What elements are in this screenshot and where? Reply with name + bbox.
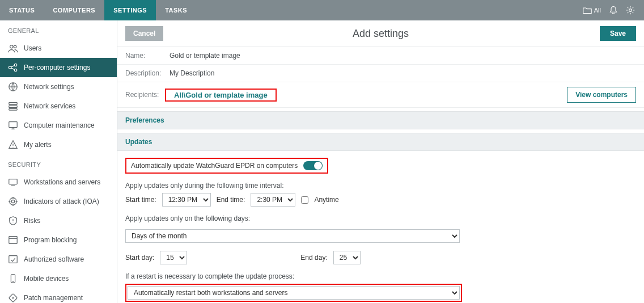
name-label: Name: (125, 52, 165, 60)
restart-select[interactable]: Automatically restart both workstations … (128, 286, 460, 300)
tab-tasks[interactable]: TASKS (156, 0, 196, 20)
description-label: Description: (125, 69, 165, 77)
end-time-select[interactable]: 2:30 PM (251, 193, 295, 207)
svg-point-4 (14, 64, 17, 66)
start-time-label: Start time: (125, 196, 156, 204)
sidebar-item-label: Program blocking (24, 236, 77, 244)
patch-icon (8, 293, 18, 303)
page-title: Add settings (353, 28, 409, 40)
sidebar: GENERAL Users Per-computer settings Netw… (0, 20, 117, 303)
view-computers-button[interactable]: View computers (567, 87, 636, 103)
section-updates[interactable]: Updates (117, 133, 644, 151)
svg-point-12 (10, 198, 17, 205)
svg-rect-8 (9, 106, 17, 108)
sidebar-item-label: Indicators of attack (IOA) (24, 197, 99, 205)
folder-all-button[interactable]: All (583, 6, 601, 14)
sidebar-item-label: Workstations and servers (24, 178, 100, 186)
sidebar-item-authorized-software[interactable]: Authorized software (0, 250, 117, 269)
anytime-checkbox[interactable] (301, 196, 308, 204)
svg-point-13 (11, 200, 14, 203)
svg-rect-9 (9, 109, 17, 111)
auto-update-label: Automatically update WatchGuard EPDR on … (131, 162, 298, 170)
restart-label: If a restart is necessary to complete th… (125, 272, 636, 280)
days-label: Apply updates only on the following days… (125, 214, 636, 222)
start-day-label: Start day: (125, 254, 154, 262)
name-value[interactable]: Gold or template image (165, 52, 240, 60)
tab-settings[interactable]: SETTINGS (104, 0, 156, 20)
sidebar-group-general: GENERAL (0, 20, 117, 39)
sidebar-item-computer-maintenance[interactable]: Computer maintenance (0, 116, 117, 135)
sidebar-item-label: Computer maintenance (24, 121, 95, 129)
recipients-label: Recipients: (125, 91, 165, 99)
auto-update-toggle[interactable] (303, 161, 323, 170)
cancel-button[interactable]: Cancel (125, 26, 163, 41)
alert-icon (8, 140, 18, 150)
main-content: Cancel Add settings Save Name: Gold or t… (117, 20, 644, 303)
days-select[interactable]: Days of the month (125, 229, 460, 243)
svg-rect-15 (9, 256, 17, 263)
sidebar-item-network-settings[interactable]: Network settings (0, 77, 117, 96)
tab-status[interactable]: STATUS (0, 0, 44, 20)
svg-rect-7 (9, 103, 17, 105)
section-preferences[interactable]: Preferences (117, 111, 644, 129)
sidebar-item-label: Patch management (24, 294, 83, 302)
sidebar-item-label: My alerts (24, 141, 52, 149)
sidebar-item-users[interactable]: Users (0, 39, 117, 58)
end-day-label: End day: (300, 254, 327, 262)
sidebar-item-risks[interactable]: Risks (0, 211, 117, 230)
sidebar-item-mobile-devices[interactable]: Mobile devices (0, 269, 117, 288)
sidebar-item-label: Risks (24, 217, 40, 225)
sidebar-group-security: SECURITY (0, 154, 117, 172)
sidebar-item-ioa[interactable]: Indicators of attack (IOA) (0, 192, 117, 211)
end-time-label: End time: (217, 196, 245, 204)
svg-point-3 (9, 66, 11, 69)
desktop-icon (8, 177, 18, 187)
sidebar-item-program-blocking[interactable]: Program blocking (0, 230, 117, 250)
recipients-highlight: All\Gold or template image (165, 89, 277, 102)
crosshair-icon (8, 196, 18, 207)
check-window-icon (8, 254, 18, 264)
start-time-select[interactable]: 12:30 PM (162, 193, 211, 207)
interval-label: Apply updates only during the following … (125, 182, 636, 190)
sidebar-item-label: Network settings (24, 83, 74, 91)
auto-update-highlight: Automatically update WatchGuard EPDR on … (125, 158, 328, 174)
save-button[interactable]: Save (600, 26, 636, 41)
all-label: All (594, 7, 601, 14)
window-icon (8, 235, 18, 245)
tab-computers[interactable]: COMPUTERS (44, 0, 104, 20)
sidebar-item-per-computer[interactable]: Per-computer settings (0, 58, 117, 77)
svg-point-0 (629, 9, 632, 12)
users-icon (8, 43, 18, 53)
svg-rect-14 (9, 237, 17, 244)
description-value[interactable]: My Description (165, 69, 214, 77)
anytime-label: Anytime (314, 196, 338, 204)
shield-icon (8, 216, 18, 226)
server-icon (8, 101, 18, 111)
sidebar-item-network-services[interactable]: Network services (0, 96, 117, 116)
start-day-select[interactable]: 15 (160, 251, 187, 264)
gear-icon[interactable] (626, 6, 635, 15)
sidebar-item-label: Users (24, 44, 41, 52)
sidebar-item-label: Authorized software (24, 255, 84, 263)
svg-point-17 (12, 281, 13, 281)
svg-point-5 (14, 69, 17, 71)
svg-point-1 (10, 45, 13, 48)
sidebar-item-label: Per-computer settings (24, 64, 90, 71)
mobile-icon (8, 273, 18, 284)
recipients-link[interactable]: All\Gold or template image (168, 87, 273, 103)
sidebar-item-label: Network services (24, 102, 75, 110)
globe-icon (8, 82, 18, 92)
bell-icon[interactable] (609, 6, 618, 15)
restart-highlight: Automatically restart both workstations … (125, 284, 462, 302)
sidebar-item-label: Mobile devices (24, 275, 69, 283)
sidebar-item-patch-management[interactable]: Patch management (0, 288, 117, 303)
svg-rect-11 (9, 179, 17, 184)
svg-point-2 (14, 45, 16, 48)
nodes-icon (8, 62, 18, 73)
sidebar-item-workstations[interactable]: Workstations and servers (0, 172, 117, 192)
svg-rect-10 (9, 122, 17, 128)
top-nav: STATUS COMPUTERS SETTINGS TASKS All (0, 0, 644, 20)
sidebar-item-my-alerts[interactable]: My alerts (0, 135, 117, 154)
svg-rect-16 (11, 275, 15, 283)
end-day-select[interactable]: 25 (333, 251, 361, 264)
